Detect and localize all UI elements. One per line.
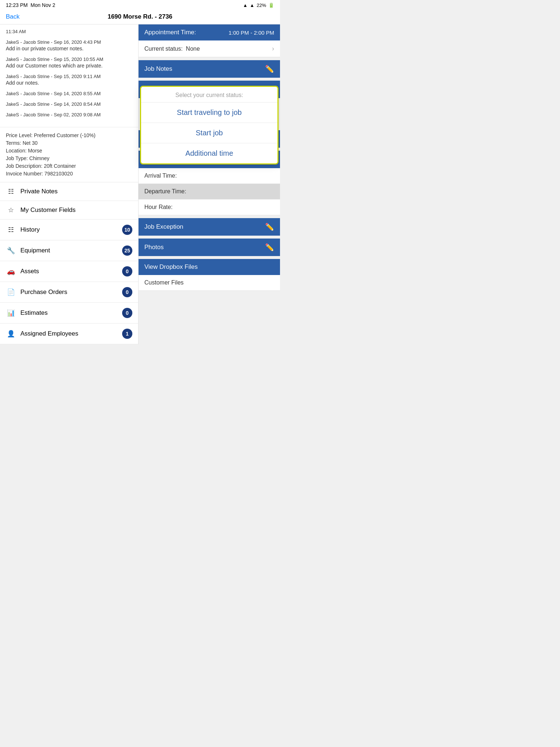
equipment-badge: 25 [122, 245, 132, 256]
hour-rate-row: Hour Rate: [139, 200, 280, 215]
popup-option-additional-time[interactable]: Additional time [141, 143, 277, 163]
sidebar-item-private-notes[interactable]: ☷ Private Notes [0, 182, 138, 201]
appointment-label: Appointment Time: [144, 29, 196, 36]
status-time-date: 12:23 PM Mon Nov 2 [6, 2, 55, 8]
sidebar-item-purchase-orders[interactable]: 📄 Purchase Orders 0 [0, 282, 138, 303]
assets-badge: 0 [122, 266, 132, 276]
popup-option-traveling[interactable]: Start traveling to job [141, 102, 277, 123]
job-exception-header: Job Exception ✏️ [139, 218, 280, 236]
arrival-time-row: Arrival Time: [139, 168, 280, 184]
sidebar-item-assets[interactable]: 🚗 Assets 0 [0, 261, 138, 282]
info-section: Price Level: Preferred Customer (-10%) T… [0, 127, 138, 182]
nav-bar: Back 1690 Morse Rd. - 2736 [0, 10, 280, 24]
arrival-time-label: Arrival Time: [144, 173, 177, 179]
wifi-icon: ▲ [243, 3, 248, 8]
notes-icon: ☷ [6, 187, 16, 196]
spacer [139, 256, 280, 259]
person-icon: 👤 [6, 330, 16, 338]
estimates-badge: 0 [122, 308, 132, 318]
edit-job-exception-icon[interactable]: ✏️ [265, 222, 274, 231]
edit-photos-icon[interactable]: ✏️ [265, 243, 274, 252]
sidebar-item-equipment[interactable]: 🔧 Equipment 25 [0, 240, 138, 261]
assets-icon: 🚗 [6, 267, 16, 275]
left-column: 11:34 AM JakeS - Jacob Strine - Sep 16, … [0, 24, 139, 344]
signal-icon: ▲ [250, 3, 254, 8]
note-entry: JakeS - Jacob Strine - Sep 15, 2020 9:11… [6, 74, 132, 86]
battery-level: 22% [257, 3, 266, 8]
battery-icon: 🔋 [268, 3, 274, 8]
purchase-orders-badge: 0 [122, 287, 132, 297]
star-icon: ☆ [6, 206, 16, 214]
current-status-row[interactable]: Current status: None › [139, 40, 280, 57]
spacer [139, 57, 280, 60]
status-icons: ▲ ▲ 22% 🔋 [243, 3, 274, 8]
appointment-value: 1:00 PM - 2:00 PM [229, 30, 274, 36]
assigned-employees-badge: 1 [122, 329, 132, 339]
sidebar-item-my-customer-fields[interactable]: ☆ My Customer Fields [0, 201, 138, 220]
departure-time-row: Departure Time: [139, 184, 280, 200]
note-entry: 11:34 AM [6, 29, 132, 34]
wrench-icon: 🔧 [6, 247, 16, 255]
photos-label: Photos [144, 244, 164, 251]
sidebar-item-estimates[interactable]: 📊 Estimates 0 [0, 303, 138, 324]
note-entry: JakeS - Jacob Strine - Sep 02, 2020 9:08… [6, 112, 132, 117]
sidebar-item-assigned-employees[interactable]: 👤 Assigned Employees 1 [0, 324, 138, 344]
spacer [139, 236, 280, 239]
history-badge: 10 [122, 225, 132, 235]
popup-title: Select your current status: [141, 87, 277, 102]
appointment-header: Appointment Time: 1:00 PM - 2:00 PM [139, 24, 280, 40]
status-bar: 12:23 PM Mon Nov 2 ▲ ▲ 22% 🔋 [0, 0, 280, 10]
note-entry: JakeS - Jacob Strine - Sep 14, 2020 8:54… [6, 101, 132, 107]
page-title: 1690 Morse Rd. - 2736 [108, 13, 172, 20]
status-popup: Select your current status: Start travel… [140, 86, 279, 165]
estimates-icon: 📊 [6, 309, 16, 317]
current-status-text: Current status: None [144, 46, 200, 52]
customer-files-label: Customer Files [144, 279, 184, 286]
note-entry: JakeS - Jacob Strine - Sep 14, 2020 8:55… [6, 91, 132, 96]
note-entry: JakeS - Jacob Strine - Sep 15, 2020 10:5… [6, 57, 132, 69]
departure-time-label: Departure Time: [144, 188, 186, 194]
customer-files-row: Customer Files [139, 275, 280, 291]
job-notes-label: Job Notes [144, 65, 172, 73]
notes-section: 11:34 AM JakeS - Jacob Strine - Sep 16, … [0, 24, 138, 127]
spacer [139, 215, 280, 218]
chevron-right-icon: › [272, 45, 274, 53]
hour-rate-label: Hour Rate: [144, 204, 172, 210]
spacer [139, 78, 280, 81]
edit-icon[interactable]: ✏️ [265, 65, 274, 73]
view-dropbox-header[interactable]: View Dropbox Files [139, 259, 280, 275]
sidebar-item-history[interactable]: ☷ History 10 [0, 220, 138, 240]
main-layout: 11:34 AM JakeS - Jacob Strine - Sep 16, … [0, 24, 280, 344]
popup-option-start-job[interactable]: Start job [141, 123, 277, 143]
purchase-orders-icon: 📄 [6, 288, 16, 296]
job-exception-label: Job Exception [144, 223, 183, 231]
back-button[interactable]: Back [6, 13, 20, 20]
view-dropbox-label: View Dropbox Files [144, 263, 198, 271]
photos-header: Photos ✏️ [139, 239, 280, 256]
note-entry: JakeS - Jacob Strine - Sep 16, 2020 4:43… [6, 39, 132, 51]
history-icon: ☷ [6, 226, 16, 234]
job-notes-header: Job Notes ✏️ [139, 60, 280, 78]
